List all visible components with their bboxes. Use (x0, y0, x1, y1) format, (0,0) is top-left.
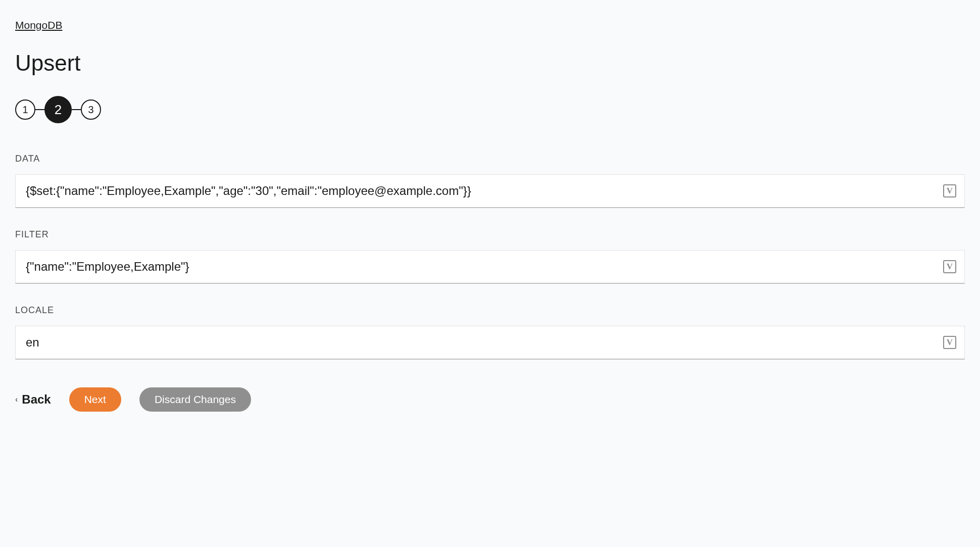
variable-icon[interactable]: V (943, 184, 956, 197)
filter-input-wrapper: V (15, 250, 965, 284)
step-2[interactable]: 2 (44, 96, 72, 123)
back-label: Back (22, 392, 51, 407)
actions-row: ‹ Back Next Discard Changes (15, 387, 965, 412)
data-label: DATA (15, 154, 965, 164)
locale-label: LOCALE (15, 305, 965, 316)
page-title: Upsert (15, 51, 965, 76)
filter-input[interactable] (16, 251, 943, 283)
step-connector (72, 109, 81, 110)
data-input-wrapper: V (15, 174, 965, 208)
back-button[interactable]: ‹ Back (15, 392, 51, 407)
locale-input[interactable] (16, 326, 943, 359)
next-button[interactable]: Next (69, 387, 121, 412)
step-3[interactable]: 3 (81, 100, 101, 120)
discard-button[interactable]: Discard Changes (139, 387, 251, 412)
step-connector (35, 109, 44, 110)
breadcrumb-mongodb[interactable]: MongoDB (15, 19, 62, 31)
data-input[interactable] (16, 175, 943, 207)
locale-input-wrapper: V (15, 326, 965, 360)
form-group-filter: FILTER V (15, 229, 965, 284)
variable-icon[interactable]: V (943, 336, 956, 349)
step-1[interactable]: 1 (15, 100, 35, 120)
filter-label: FILTER (15, 229, 965, 240)
chevron-left-icon: ‹ (15, 395, 18, 404)
stepper: 1 2 3 (15, 96, 965, 123)
variable-icon[interactable]: V (943, 260, 956, 273)
form-group-locale: LOCALE V (15, 305, 965, 360)
form-group-data: DATA V (15, 154, 965, 208)
